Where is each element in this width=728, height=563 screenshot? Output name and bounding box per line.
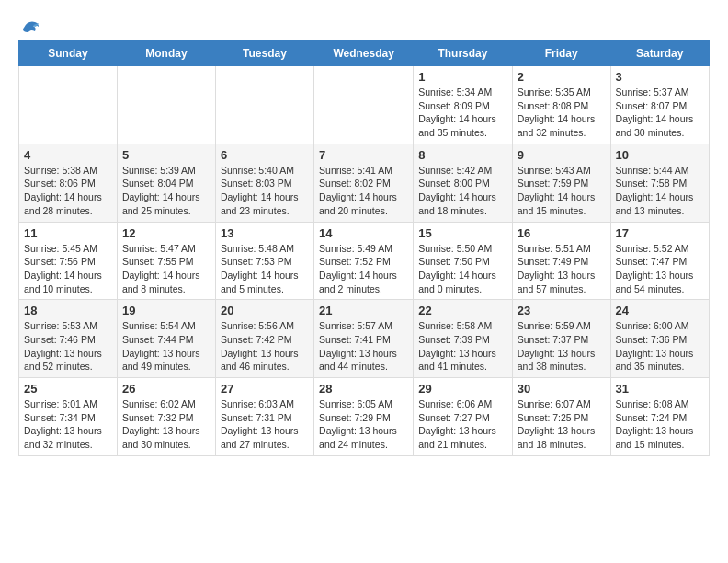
day-info: Sunrise: 6:00 AMSunset: 7:36 PMDaylight:… <box>616 319 704 373</box>
day-number: 28 <box>319 382 408 396</box>
day-info: Sunrise: 5:49 AMSunset: 7:52 PMDaylight:… <box>319 242 408 296</box>
day-info: Sunrise: 5:37 AMSunset: 8:07 PMDaylight:… <box>616 86 704 140</box>
day-number: 12 <box>122 226 210 240</box>
weekday-header-wednesday: Wednesday <box>314 41 414 66</box>
day-info: Sunrise: 5:58 AMSunset: 7:39 PMDaylight:… <box>418 319 506 373</box>
day-info: Sunrise: 5:59 AMSunset: 7:37 PMDaylight:… <box>518 319 606 373</box>
day-info: Sunrise: 5:56 AMSunset: 7:42 PMDaylight:… <box>221 319 309 373</box>
weekday-header-friday: Friday <box>512 41 610 66</box>
logo <box>18 15 40 35</box>
calendar-cell <box>19 66 118 144</box>
day-info: Sunrise: 6:07 AMSunset: 7:25 PMDaylight:… <box>518 397 606 452</box>
day-info: Sunrise: 6:02 AMSunset: 7:32 PMDaylight:… <box>122 397 210 452</box>
day-number: 20 <box>221 304 309 317</box>
calendar-cell: 23Sunrise: 5:59 AMSunset: 7:37 PMDayligh… <box>512 300 610 378</box>
calendar-week-row: 11Sunrise: 5:45 AMSunset: 7:56 PMDayligh… <box>19 222 710 300</box>
calendar-week-row: 1Sunrise: 5:34 AMSunset: 8:09 PMDaylight… <box>19 66 710 144</box>
calendar-cell: 19Sunrise: 5:54 AMSunset: 7:44 PMDayligh… <box>117 300 215 378</box>
day-info: Sunrise: 5:50 AMSunset: 7:50 PMDaylight:… <box>418 242 506 296</box>
weekday-header-row: SundayMondayTuesdayWednesdayThursdayFrid… <box>19 41 710 66</box>
day-number: 17 <box>616 226 704 240</box>
day-info: Sunrise: 5:48 AMSunset: 7:53 PMDaylight:… <box>221 242 309 296</box>
day-info: Sunrise: 5:47 AMSunset: 7:55 PMDaylight:… <box>122 242 210 296</box>
calendar-cell: 6Sunrise: 5:40 AMSunset: 8:03 PMDaylight… <box>215 144 313 222</box>
day-info: Sunrise: 6:03 AMSunset: 7:31 PMDaylight:… <box>221 397 309 452</box>
page-header <box>18 15 710 35</box>
day-number: 13 <box>221 226 309 240</box>
day-number: 21 <box>319 304 408 317</box>
calendar-cell: 8Sunrise: 5:42 AMSunset: 8:00 PMDaylight… <box>414 144 512 222</box>
day-info: Sunrise: 6:01 AMSunset: 7:34 PMDaylight:… <box>24 397 112 452</box>
day-info: Sunrise: 5:54 AMSunset: 7:44 PMDaylight:… <box>122 319 210 373</box>
calendar-week-row: 18Sunrise: 5:53 AMSunset: 7:46 PMDayligh… <box>19 300 710 378</box>
weekday-header-tuesday: Tuesday <box>215 41 313 66</box>
day-info: Sunrise: 5:52 AMSunset: 7:47 PMDaylight:… <box>616 242 704 296</box>
calendar-cell: 9Sunrise: 5:43 AMSunset: 7:59 PMDaylight… <box>512 144 610 222</box>
calendar-cell: 26Sunrise: 6:02 AMSunset: 7:32 PMDayligh… <box>117 378 215 456</box>
calendar-cell: 22Sunrise: 5:58 AMSunset: 7:39 PMDayligh… <box>414 300 512 378</box>
day-number: 16 <box>518 226 606 240</box>
day-number: 14 <box>319 226 408 240</box>
day-number: 26 <box>122 382 210 396</box>
day-info: Sunrise: 5:45 AMSunset: 7:56 PMDaylight:… <box>24 242 112 296</box>
day-number: 1 <box>418 70 506 84</box>
weekday-header-saturday: Saturday <box>610 41 709 66</box>
day-number: 10 <box>616 148 704 162</box>
day-number: 18 <box>24 304 112 317</box>
logo-bird-icon <box>20 18 40 35</box>
calendar-cell: 12Sunrise: 5:47 AMSunset: 7:55 PMDayligh… <box>117 222 215 300</box>
day-info: Sunrise: 5:51 AMSunset: 7:49 PMDaylight:… <box>518 242 606 296</box>
day-number: 25 <box>24 382 112 396</box>
day-number: 4 <box>24 148 112 162</box>
calendar-cell: 3Sunrise: 5:37 AMSunset: 8:07 PMDaylight… <box>610 66 709 144</box>
calendar-week-row: 25Sunrise: 6:01 AMSunset: 7:34 PMDayligh… <box>19 378 710 456</box>
day-number: 6 <box>221 148 309 162</box>
day-number: 31 <box>616 382 704 396</box>
calendar-cell <box>215 66 313 144</box>
calendar-week-row: 4Sunrise: 5:38 AMSunset: 8:06 PMDaylight… <box>19 144 710 222</box>
day-info: Sunrise: 6:05 AMSunset: 7:29 PMDaylight:… <box>319 397 408 452</box>
day-info: Sunrise: 5:34 AMSunset: 8:09 PMDaylight:… <box>418 86 506 140</box>
calendar-cell: 18Sunrise: 5:53 AMSunset: 7:46 PMDayligh… <box>19 300 118 378</box>
day-info: Sunrise: 5:41 AMSunset: 8:02 PMDaylight:… <box>319 164 408 218</box>
calendar-cell: 1Sunrise: 5:34 AMSunset: 8:09 PMDaylight… <box>414 66 512 144</box>
calendar-cell: 10Sunrise: 5:44 AMSunset: 7:58 PMDayligh… <box>610 144 709 222</box>
day-info: Sunrise: 6:06 AMSunset: 7:27 PMDaylight:… <box>418 397 506 452</box>
calendar-table: SundayMondayTuesdayWednesdayThursdayFrid… <box>18 40 710 456</box>
day-number: 30 <box>518 382 606 396</box>
day-number: 23 <box>518 304 606 317</box>
calendar-cell: 4Sunrise: 5:38 AMSunset: 8:06 PMDaylight… <box>19 144 118 222</box>
day-info: Sunrise: 5:40 AMSunset: 8:03 PMDaylight:… <box>221 164 309 218</box>
weekday-header-monday: Monday <box>117 41 215 66</box>
calendar-cell: 29Sunrise: 6:06 AMSunset: 7:27 PMDayligh… <box>414 378 512 456</box>
day-number: 9 <box>518 148 606 162</box>
calendar-cell: 27Sunrise: 6:03 AMSunset: 7:31 PMDayligh… <box>215 378 313 456</box>
day-info: Sunrise: 5:38 AMSunset: 8:06 PMDaylight:… <box>24 164 112 218</box>
calendar-cell: 30Sunrise: 6:07 AMSunset: 7:25 PMDayligh… <box>512 378 610 456</box>
calendar-cell: 31Sunrise: 6:08 AMSunset: 7:24 PMDayligh… <box>610 378 709 456</box>
day-number: 27 <box>221 382 309 396</box>
day-number: 7 <box>319 148 408 162</box>
calendar-cell: 21Sunrise: 5:57 AMSunset: 7:41 PMDayligh… <box>314 300 414 378</box>
day-number: 8 <box>418 148 506 162</box>
calendar-cell: 14Sunrise: 5:49 AMSunset: 7:52 PMDayligh… <box>314 222 414 300</box>
day-number: 3 <box>616 70 704 84</box>
weekday-header-sunday: Sunday <box>19 41 118 66</box>
calendar-cell: 20Sunrise: 5:56 AMSunset: 7:42 PMDayligh… <box>215 300 313 378</box>
day-info: Sunrise: 5:35 AMSunset: 8:08 PMDaylight:… <box>518 86 606 140</box>
calendar-cell: 24Sunrise: 6:00 AMSunset: 7:36 PMDayligh… <box>610 300 709 378</box>
calendar-cell: 28Sunrise: 6:05 AMSunset: 7:29 PMDayligh… <box>314 378 414 456</box>
day-number: 22 <box>418 304 506 317</box>
day-info: Sunrise: 6:08 AMSunset: 7:24 PMDaylight:… <box>616 397 704 452</box>
calendar-cell: 13Sunrise: 5:48 AMSunset: 7:53 PMDayligh… <box>215 222 313 300</box>
weekday-header-thursday: Thursday <box>414 41 512 66</box>
calendar-cell: 25Sunrise: 6:01 AMSunset: 7:34 PMDayligh… <box>19 378 118 456</box>
calendar-cell: 17Sunrise: 5:52 AMSunset: 7:47 PMDayligh… <box>610 222 709 300</box>
day-info: Sunrise: 5:57 AMSunset: 7:41 PMDaylight:… <box>319 319 408 373</box>
calendar-cell: 11Sunrise: 5:45 AMSunset: 7:56 PMDayligh… <box>19 222 118 300</box>
day-number: 5 <box>122 148 210 162</box>
day-info: Sunrise: 5:53 AMSunset: 7:46 PMDaylight:… <box>24 319 112 373</box>
calendar-cell: 16Sunrise: 5:51 AMSunset: 7:49 PMDayligh… <box>512 222 610 300</box>
day-number: 29 <box>418 382 506 396</box>
calendar-cell: 2Sunrise: 5:35 AMSunset: 8:08 PMDaylight… <box>512 66 610 144</box>
